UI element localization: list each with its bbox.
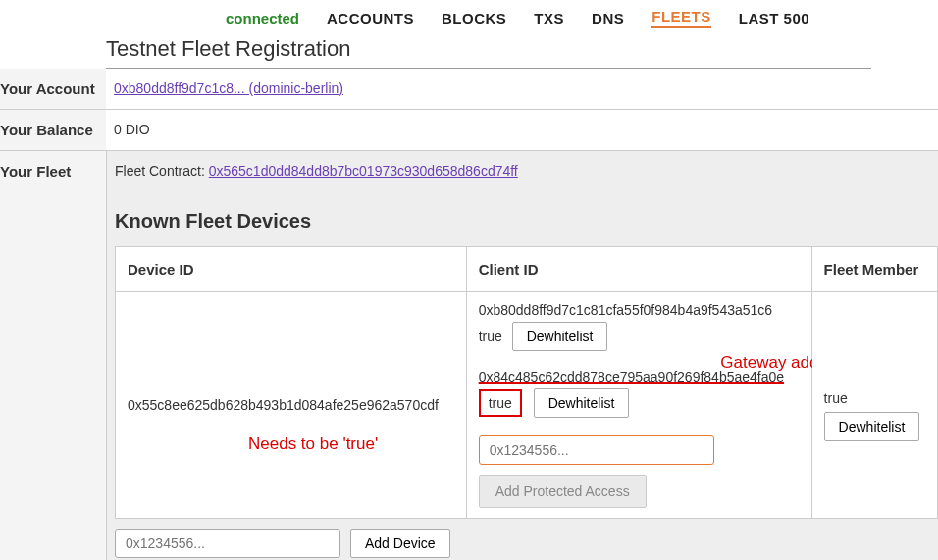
fleet-member-dewhitelist-button[interactable]: Dewhitelist (824, 412, 920, 441)
fleet-member-status: true (824, 390, 919, 406)
client-id-1: 0x84c485c62cdd878ce795aa90f269f84b5ae4fa… (479, 369, 800, 384)
page-title: Testnet Fleet Registration (106, 32, 871, 69)
fleet-contract-link[interactable]: 0x565c1d0dd84dd8b7bc01973c930d658d86cd74… (209, 163, 518, 178)
col-device-id: Device ID (116, 247, 467, 292)
annotation-needs-true: Needs to be 'true' (248, 434, 378, 454)
client-id-input[interactable] (479, 435, 714, 465)
your-fleet-label: Your Fleet (0, 151, 106, 560)
add-device-input[interactable] (115, 529, 340, 558)
nav-blocks[interactable]: BLOCKS (442, 10, 506, 26)
client-status-1: true (479, 389, 522, 417)
add-protected-access-button[interactable]: Add Protected Access (479, 475, 647, 508)
nav-dns[interactable]: DNS (592, 10, 624, 26)
add-device-button[interactable]: Add Device (350, 529, 450, 558)
nav-accounts[interactable]: ACCOUNTS (327, 10, 414, 26)
connection-status: connected (226, 10, 299, 26)
nav-txs[interactable]: TXS (534, 10, 564, 26)
balance-value: 0 DIO (106, 110, 938, 149)
client-status-0: true (479, 329, 502, 344)
col-client-id: Client ID (466, 247, 811, 292)
col-fleet-member: Fleet Member (811, 247, 937, 292)
nav-fleets[interactable]: FLEETS (651, 8, 711, 28)
known-fleet-devices-heading: Known Fleet Devices (107, 202, 938, 246)
fleet-contract-label: Fleet Contract: (115, 163, 205, 178)
dewhitelist-button-1[interactable]: Dewhitelist (534, 388, 630, 418)
device-id-value: 0x55c8ee625db628b493b1d084afe25e962a570c… (128, 397, 439, 413)
client-id-0: 0xb80dd8ff9d7c1c81cfa55f0f984b4a9f543a51… (479, 302, 800, 318)
your-balance-label: Your Balance (0, 110, 106, 150)
table-row: 0x55c8ee625db628b493b1d084afe25e962a570c… (116, 292, 938, 519)
account-link[interactable]: 0xb80dd8ff9d7c1c8... (dominic-berlin) (114, 80, 343, 96)
dewhitelist-button-0[interactable]: Dewhitelist (512, 322, 608, 351)
nav-last500[interactable]: LAST 500 (739, 10, 809, 26)
your-account-label: Your Account (0, 69, 106, 109)
